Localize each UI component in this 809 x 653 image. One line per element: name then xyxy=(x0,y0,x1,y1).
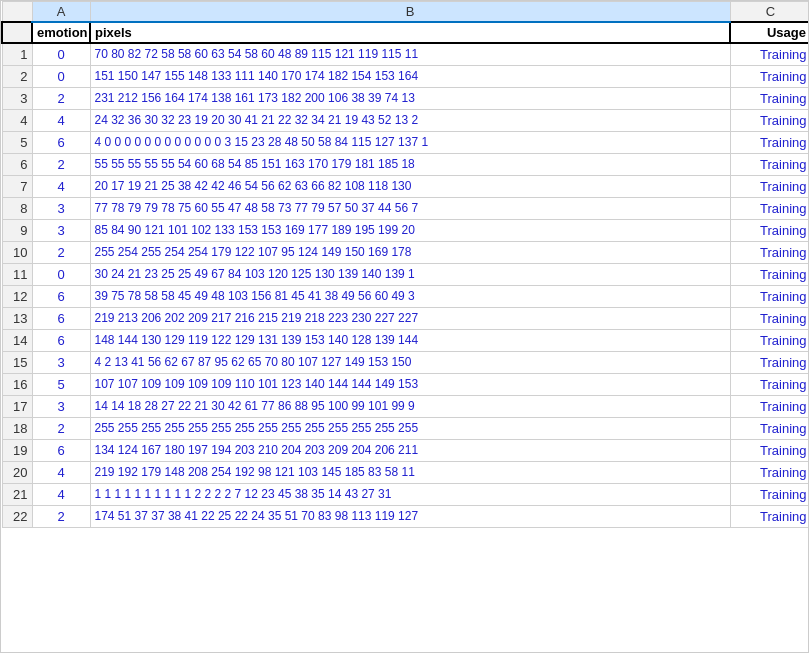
table-row: 222174 51 37 37 38 41 22 25 22 24 35 51 … xyxy=(2,505,809,527)
table-row: 12639 75 78 58 58 45 49 48 103 156 81 45… xyxy=(2,285,809,307)
emotion-cell[interactable]: 5 xyxy=(32,373,90,395)
table-row: 564 0 0 0 0 0 0 0 0 0 0 0 0 3 15 23 28 4… xyxy=(2,131,809,153)
usage-cell[interactable]: Training xyxy=(730,461,809,483)
pixels-cell[interactable]: 231 212 156 164 174 138 161 173 182 200 … xyxy=(90,87,730,109)
usage-cell[interactable]: Training xyxy=(730,505,809,527)
emotion-cell[interactable]: 3 xyxy=(32,395,90,417)
usage-cell[interactable]: Training xyxy=(730,65,809,87)
table-row: 4424 32 36 30 32 23 19 20 30 41 21 22 32… xyxy=(2,109,809,131)
emotion-cell[interactable]: 0 xyxy=(32,65,90,87)
emotion-cell[interactable]: 2 xyxy=(32,417,90,439)
table-row: 136219 213 206 202 209 217 216 215 219 2… xyxy=(2,307,809,329)
emotion-cell[interactable]: 4 xyxy=(32,175,90,197)
row-number: 7 xyxy=(2,175,32,197)
emotion-cell[interactable]: 2 xyxy=(32,153,90,175)
column-header-row: A B C xyxy=(2,2,809,23)
row-number: 6 xyxy=(2,153,32,175)
usage-cell[interactable]: Training xyxy=(730,153,809,175)
usage-cell[interactable]: Training xyxy=(730,43,809,65)
emotion-cell[interactable]: 3 xyxy=(32,351,90,373)
emotion-cell[interactable]: 4 xyxy=(32,483,90,505)
pixels-cell[interactable]: 219 192 179 148 208 254 192 98 121 103 1… xyxy=(90,461,730,483)
table-row: 6255 55 55 55 55 54 60 68 54 85 151 163 … xyxy=(2,153,809,175)
table-row: 1534 2 13 41 56 62 67 87 95 62 65 70 80 … xyxy=(2,351,809,373)
emotion-cell[interactable]: 2 xyxy=(32,505,90,527)
field-header-row: emotion pixels Usage xyxy=(2,22,809,43)
row-number: 22 xyxy=(2,505,32,527)
table-row: 182255 255 255 255 255 255 255 255 255 2… xyxy=(2,417,809,439)
usage-cell[interactable]: Training xyxy=(730,197,809,219)
emotion-cell[interactable]: 4 xyxy=(32,461,90,483)
table-row: 102255 254 255 254 254 179 122 107 95 12… xyxy=(2,241,809,263)
emotion-cell[interactable]: 6 xyxy=(32,329,90,351)
usage-cell[interactable]: Training xyxy=(730,373,809,395)
usage-cell[interactable]: Training xyxy=(730,219,809,241)
emotion-cell[interactable]: 6 xyxy=(32,131,90,153)
pixels-cell[interactable]: 174 51 37 37 38 41 22 25 22 24 35 51 70 … xyxy=(90,505,730,527)
pixels-cell[interactable]: 20 17 19 21 25 38 42 42 46 54 56 62 63 6… xyxy=(90,175,730,197)
row-number: 5 xyxy=(2,131,32,153)
pixels-cell[interactable]: 107 107 109 109 109 109 110 101 123 140 … xyxy=(90,373,730,395)
usage-cell[interactable]: Training xyxy=(730,241,809,263)
col-c-header[interactable]: C xyxy=(730,2,809,23)
emotion-cell[interactable]: 3 xyxy=(32,219,90,241)
usage-cell[interactable]: Training xyxy=(730,307,809,329)
pixels-cell[interactable]: 4 0 0 0 0 0 0 0 0 0 0 0 0 3 15 23 28 48 … xyxy=(90,131,730,153)
usage-cell[interactable]: Training xyxy=(730,263,809,285)
pixels-cell[interactable]: 70 80 82 72 58 58 60 63 54 58 60 48 89 1… xyxy=(90,43,730,65)
emotion-header[interactable]: emotion xyxy=(32,22,90,43)
pixels-cell[interactable]: 14 14 18 28 27 22 21 30 42 61 77 86 88 9… xyxy=(90,395,730,417)
usage-cell[interactable]: Training xyxy=(730,395,809,417)
emotion-cell[interactable]: 0 xyxy=(32,43,90,65)
usage-cell[interactable]: Training xyxy=(730,109,809,131)
table-row: 2141 1 1 1 1 1 1 1 1 1 2 2 2 2 7 12 23 4… xyxy=(2,483,809,505)
emotion-cell[interactable]: 2 xyxy=(32,87,90,109)
emotion-cell[interactable]: 2 xyxy=(32,241,90,263)
pixels-cell[interactable]: 85 84 90 121 101 102 133 153 153 169 177… xyxy=(90,219,730,241)
emotion-cell[interactable]: 4 xyxy=(32,109,90,131)
pixels-cell[interactable]: 255 254 255 254 254 179 122 107 95 124 1… xyxy=(90,241,730,263)
pixels-cell[interactable]: 24 32 36 30 32 23 19 20 30 41 21 22 32 3… xyxy=(90,109,730,131)
usage-cell[interactable]: Training xyxy=(730,439,809,461)
usage-cell[interactable]: Training xyxy=(730,483,809,505)
row-number: 18 xyxy=(2,417,32,439)
pixels-cell[interactable]: 148 144 130 129 119 122 129 131 139 153 … xyxy=(90,329,730,351)
row-number: 3 xyxy=(2,87,32,109)
row-number: 19 xyxy=(2,439,32,461)
pixels-cell[interactable]: 4 2 13 41 56 62 67 87 95 62 65 70 80 107… xyxy=(90,351,730,373)
table-row: 11030 24 21 23 25 25 49 67 84 103 120 12… xyxy=(2,263,809,285)
pixels-cell[interactable]: 39 75 78 58 58 45 49 48 103 156 81 45 41… xyxy=(90,285,730,307)
pixels-cell[interactable]: 255 255 255 255 255 255 255 255 255 255 … xyxy=(90,417,730,439)
spreadsheet: A B C emotion pixels Usage 1070 80 82 72… xyxy=(0,0,809,653)
row-number: 14 xyxy=(2,329,32,351)
row-number: 21 xyxy=(2,483,32,505)
usage-cell[interactable]: Training xyxy=(730,131,809,153)
emotion-cell[interactable]: 0 xyxy=(32,263,90,285)
pixels-cell[interactable]: 1 1 1 1 1 1 1 1 1 1 2 2 2 2 7 12 23 45 3… xyxy=(90,483,730,505)
usage-cell[interactable]: Training xyxy=(730,87,809,109)
emotion-cell[interactable]: 3 xyxy=(32,197,90,219)
pixels-cell[interactable]: 219 213 206 202 209 217 216 215 219 218 … xyxy=(90,307,730,329)
usage-cell[interactable]: Training xyxy=(730,285,809,307)
usage-cell[interactable]: Training xyxy=(730,351,809,373)
usage-cell[interactable]: Training xyxy=(730,175,809,197)
emotion-cell[interactable]: 6 xyxy=(32,307,90,329)
pixels-cell[interactable]: 151 150 147 155 148 133 111 140 170 174 … xyxy=(90,65,730,87)
usage-cell[interactable]: Training xyxy=(730,417,809,439)
table-row: 146148 144 130 129 119 122 129 131 139 1… xyxy=(2,329,809,351)
row-number: 17 xyxy=(2,395,32,417)
table-row: 165107 107 109 109 109 109 110 101 123 1… xyxy=(2,373,809,395)
col-a-header[interactable]: A xyxy=(32,2,90,23)
pixels-cell[interactable]: 30 24 21 23 25 25 49 67 84 103 120 125 1… xyxy=(90,263,730,285)
pixels-cell[interactable]: 134 124 167 180 197 194 203 210 204 203 … xyxy=(90,439,730,461)
usage-cell[interactable]: Training xyxy=(730,329,809,351)
row-number: 1 xyxy=(2,43,32,65)
row-number: 16 xyxy=(2,373,32,395)
row-number: 9 xyxy=(2,219,32,241)
emotion-cell[interactable]: 6 xyxy=(32,439,90,461)
pixels-cell[interactable]: 77 78 79 79 78 75 60 55 47 48 58 73 77 7… xyxy=(90,197,730,219)
pixels-cell[interactable]: 55 55 55 55 55 54 60 68 54 85 151 163 17… xyxy=(90,153,730,175)
col-b-header[interactable]: B xyxy=(90,2,730,23)
emotion-cell[interactable]: 6 xyxy=(32,285,90,307)
row-number: 2 xyxy=(2,65,32,87)
